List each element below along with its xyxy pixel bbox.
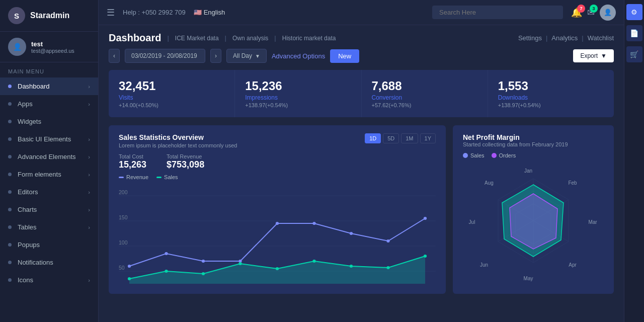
period-buttons: 1D 5D 1M 1Y <box>365 133 436 143</box>
profit-orders-label: Orders <box>499 152 516 158</box>
period-1d[interactable]: 1D <box>365 133 381 143</box>
legend-sales: Sales <box>156 174 178 180</box>
sidebar-item-popups[interactable]: Popups <box>0 236 98 254</box>
total-cost-label: Total Cost <box>119 153 146 159</box>
profit-chart-card: Net Profit Margin Started collecting dat… <box>453 125 614 294</box>
sidebar-title: Staradmin <box>30 11 69 20</box>
sidebar-item-charts[interactable]: Charts › <box>0 201 98 218</box>
tab-own-analysis[interactable]: Own analysis <box>232 35 268 42</box>
sidebar-item-label: Basic UI Elements <box>18 135 88 143</box>
export-btn[interactable]: Export ▼ <box>573 49 614 62</box>
language-selector[interactable]: English <box>204 9 225 16</box>
sidebar-item-label: Dashboard <box>18 83 88 90</box>
sidebar: S Staradmin 👤 test test@appseed.us Main … <box>0 0 99 322</box>
sidebar-item-notifications[interactable]: Notifications <box>0 254 98 271</box>
sidebar-dot <box>8 261 12 264</box>
sidebar-item-basic-ui[interactable]: Basic UI Elements › <box>0 130 98 148</box>
svg-text:May: May <box>524 276 533 281</box>
sidebar-item-editors[interactable]: Editors › <box>0 183 98 201</box>
email-wrap[interactable]: ✉ 3 <box>587 7 595 18</box>
svg-point-17 <box>424 217 427 220</box>
sidebar-item-apps[interactable]: Apps › <box>0 95 98 113</box>
period-1y[interactable]: 1Y <box>420 133 436 143</box>
chevron-right-icon: › <box>88 189 90 195</box>
period-5d[interactable]: 5D <box>383 133 399 143</box>
separator3: | <box>274 34 276 42</box>
sidebar-item-dashboard[interactable]: Dashboard › <box>0 77 98 95</box>
next-date-btn[interactable]: › <box>210 49 221 63</box>
sales-totals: Total Cost 15,263 Total Revenue $753,098 <box>119 153 436 170</box>
email-badge: 3 <box>590 5 598 13</box>
stat-change: +138.97(+0.54%) <box>498 102 604 108</box>
svg-point-15 <box>350 232 353 235</box>
sidebar-header: S Staradmin <box>0 0 98 32</box>
settings-link[interactable]: Settings <box>518 34 542 42</box>
main-area: ☰ Help : +050 2992 709 🇺🇸 English 🔔 7 ✉ … <box>99 0 624 322</box>
search-input[interactable] <box>432 6 563 19</box>
profit-orders-dot <box>492 153 497 158</box>
svg-text:100: 100 <box>119 240 128 246</box>
sidebar-item-advanced[interactable]: Advanced Elements › <box>0 148 98 166</box>
sidebar-item-icons[interactable]: Icons › <box>0 271 98 289</box>
sidebar-item-tables[interactable]: Tables › <box>0 218 98 236</box>
svg-point-21 <box>238 262 242 265</box>
new-btn[interactable]: New <box>330 49 359 63</box>
sales-chart-subtitle: Lorem ipsum is placeholder text commonly… <box>119 142 237 148</box>
avatar: 👤 <box>8 38 26 56</box>
sidebar-item-widgets[interactable]: Widgets <box>0 113 98 130</box>
content-area: Dashboard | ICE Market data | Own analys… <box>99 25 624 322</box>
watchlist-link[interactable]: Watchlist <box>588 34 614 42</box>
time-period-btn[interactable]: All Day ▼ <box>226 49 267 63</box>
profit-legend-orders: Orders <box>492 152 516 158</box>
separator: | <box>167 34 169 42</box>
svg-point-23 <box>312 260 315 263</box>
svg-text:Jan: Jan <box>524 168 532 174</box>
notification-badge: 7 <box>577 5 585 13</box>
filter-bar: ‹ 03/02/2019 - 20/08/2019 › All Day ▼ Ad… <box>99 49 624 70</box>
sales-legend-label: Sales <box>164 174 178 180</box>
svg-point-13 <box>276 222 279 225</box>
legend-revenue: Revenue <box>119 174 148 180</box>
sidebar-dot <box>8 190 12 194</box>
sales-chart-card: Sales Statistics Overview Lorem ipsum is… <box>109 125 446 294</box>
tab-ice-market[interactable]: ICE Market data <box>175 35 219 42</box>
sidebar-nav: Dashboard › Apps › Widgets Basic UI Elem… <box>0 77 98 289</box>
advanced-options-btn[interactable]: Advanced Options <box>272 52 325 60</box>
document-icon-btn[interactable]: 📄 <box>626 25 642 41</box>
export-arrow-icon: ▼ <box>601 52 607 59</box>
period-1m[interactable]: 1M <box>401 133 418 143</box>
sales-chart-title: Sales Statistics Overview <box>119 133 237 141</box>
cart-icon-btn[interactable]: 🛒 <box>626 46 642 62</box>
sidebar-dot <box>8 137 12 141</box>
stat-card-1: 15,236 Impressions +138.97(+0.54%) <box>235 70 361 117</box>
dashboard-right-links: Settings | Analytics | Watchlist <box>518 34 614 42</box>
sidebar-item-label: Notifications <box>18 259 90 266</box>
svg-point-24 <box>350 265 353 268</box>
menu-toggle-icon[interactable]: ☰ <box>107 7 115 18</box>
chevron-right-icon: › <box>88 172 90 178</box>
sales-legend-dot <box>156 177 162 178</box>
prev-date-btn[interactable]: ‹ <box>109 49 120 63</box>
sparkline-chart <box>186 86 226 102</box>
sidebar-dot <box>8 120 12 123</box>
sidebar-item-label: Popups <box>18 241 90 249</box>
analytics-link[interactable]: Analytics <box>551 34 578 42</box>
settings-icon-btn[interactable]: ⚙ <box>626 4 642 20</box>
sidebar-item-form[interactable]: Form elements › <box>0 166 98 183</box>
svg-text:200: 200 <box>119 190 128 195</box>
svg-text:Jun: Jun <box>480 262 488 268</box>
profit-legend: Sales Orders <box>463 152 604 158</box>
sidebar-item-label: Apps <box>18 100 88 108</box>
right-sidebar: ⚙ 📄 🛒 <box>624 0 644 322</box>
sidebar-dot <box>8 278 12 282</box>
date-range-btn[interactable]: 03/02/2019 - 20/08/2019 <box>125 49 205 63</box>
dashboard-header: Dashboard | ICE Market data | Own analys… <box>99 25 624 49</box>
profit-legend-sales: Sales <box>463 152 485 158</box>
profit-sales-dot <box>463 153 468 158</box>
notification-bell-wrap[interactable]: 🔔 7 <box>571 7 582 18</box>
chart-legend: Revenue Sales <box>119 174 436 180</box>
svg-point-11 <box>202 260 205 263</box>
menu-label: Main Menu <box>0 62 98 77</box>
user-avatar-btn[interactable]: 👤 <box>600 5 616 21</box>
tab-historic[interactable]: Historic market data <box>282 35 336 42</box>
